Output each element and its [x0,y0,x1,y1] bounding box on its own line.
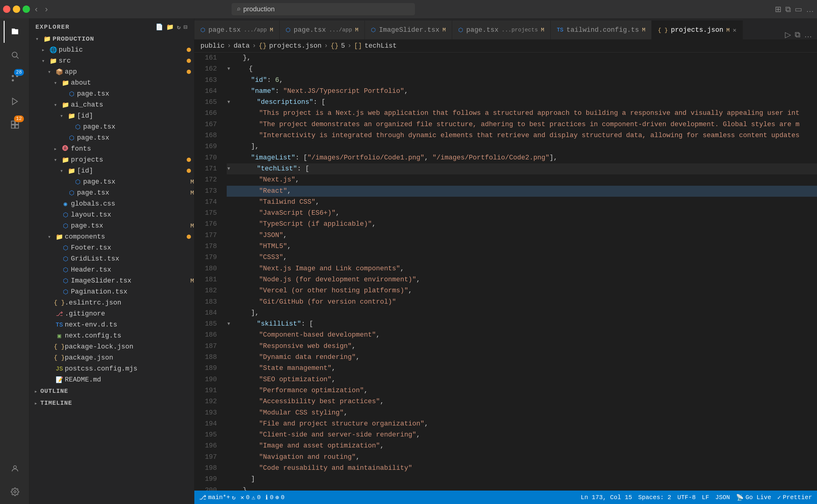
tsx-icon: ⬡ [60,255,71,263]
info-status[interactable]: ℹ 0 ⊕ 0 [266,494,284,501]
folder-fonts[interactable]: ▸ 🅐 fonts [29,143,194,154]
breadcrumb-projects-json[interactable]: projects.json [269,42,322,50]
folder-ai-chats[interactable]: ▾ 📁 ai_chats [29,99,194,110]
activity-files[interactable] [4,21,26,43]
collapse-icon[interactable]: ⊟ [184,23,188,31]
breadcrumb-techlist[interactable]: techList [365,42,397,50]
line-ending-label: LF [702,494,709,501]
breadcrumb-public[interactable]: public [200,42,225,50]
nav-forward-button[interactable]: › [42,3,50,15]
breadcrumb-data[interactable]: data [233,42,250,50]
tab-page-projects[interactable]: ⬡ page.tsx ...projects M [452,20,551,39]
tab-page-tsx-app[interactable]: ⬡ page.tsx .../app M [194,20,280,39]
code-line-193: "Modular CSS styling", [227,407,817,418]
activity-account[interactable] [4,458,26,480]
folder-components[interactable]: ▾ 📁 components [29,231,194,242]
close-button[interactable] [3,5,10,13]
refresh-icon[interactable]: ↻ [177,23,181,31]
folder-app[interactable]: ▾ 📦 app [29,66,194,77]
file-label: Footer.tsx [71,244,194,252]
line-ending-status[interactable]: LF [702,494,709,501]
file-globals-css[interactable]: ◉ globals.css [29,198,194,209]
activity-search[interactable] [4,44,26,66]
maximize-button[interactable] [23,5,30,13]
search-input[interactable] [243,5,410,13]
file-package-json[interactable]: { } package.json [29,352,194,363]
breadcrumb-5[interactable]: 5 [341,42,345,50]
git-branch-status[interactable]: ⎇ main*+ ↻ [199,494,236,501]
file-postcss[interactable]: JS postcss.config.mjs [29,363,194,374]
encoding-status[interactable]: UTF-8 [677,494,696,501]
outline-section[interactable]: ▸ OUTLINE [29,385,194,397]
file-next-config[interactable]: ▣ next.config.ts [29,330,194,341]
nav-back-button[interactable]: ‹ [32,3,40,15]
language-status[interactable]: JSON [715,494,730,501]
root-folder[interactable]: ▾ 📁 PRODUCTION [29,33,194,44]
tab-close-button[interactable]: ✕ [733,26,736,34]
folder-src[interactable]: ▾ 📁 src [29,55,194,66]
more-button[interactable]: … [804,30,812,39]
new-folder-icon[interactable]: 📁 [166,23,174,31]
file-gridlist[interactable]: ⬡ GridList.tsx [29,253,194,264]
file-package-lock[interactable]: { } package-lock.json [29,341,194,352]
file-pagination[interactable]: ⬡ Pagination.tsx [29,286,194,297]
layout-icon[interactable]: ⊞ [775,5,782,14]
file-about-page[interactable]: ⬡ page.tsx [29,88,194,99]
indent-status[interactable]: Spaces: 2 [638,494,671,501]
code-line-170: "imageList": ["/images/Portfolio/Code1.p… [227,152,817,163]
new-file-icon[interactable]: 📄 [156,23,164,31]
activity-extensions[interactable]: 12 [4,114,26,136]
file-app-page[interactable]: ⬡ page.tsx M [29,220,194,231]
tab-page-tsx-app2[interactable]: ⬡ page.tsx .../app M [280,20,365,39]
chevron-right-icon: ▸ [34,400,40,407]
split-icon[interactable]: ⧉ [785,5,791,14]
tab-tailwind-config[interactable]: TS tailwind.config.ts M [551,20,652,39]
file-imageslider[interactable]: ⬡ ImageSlider.tsx M [29,275,194,286]
file-projects-page[interactable]: ⬡ page.tsx M [29,187,194,198]
cursor-position[interactable]: Ln 173, Col 15 [581,494,632,501]
timeline-section[interactable]: ▸ TIMELINE [29,397,194,409]
file-readme[interactable]: 📝 README.md [29,374,194,385]
code-line-178: "HTML5", [227,241,817,252]
more-icon[interactable]: … [806,5,814,14]
file-label: README.md [65,376,194,384]
folder-id-2[interactable]: ▾ 📁 [id] [29,165,194,176]
file-label: page.tsx [77,134,194,142]
file-footer[interactable]: ⬡ Footer.tsx [29,242,194,253]
file-header[interactable]: ⬡ Header.tsx [29,264,194,275]
file-projects-id-page[interactable]: ⬡ page.tsx M [29,176,194,187]
global-search[interactable]: ⌕ [232,3,415,15]
svg-point-4 [12,75,14,77]
json-icon: { } [54,343,65,350]
tab-path: .../app [244,27,267,33]
folder-id-1[interactable]: ▾ 📁 [id] [29,110,194,121]
minimize-button[interactable] [13,5,20,13]
activity-run[interactable] [4,90,26,112]
tsx-file-icon: ⬡ [371,27,376,33]
code-editor[interactable]: 161 162 163 164 165 166 167 168 169 170 … [194,53,817,491]
prettier-status[interactable]: ✓ Prettier [777,494,812,501]
run-button[interactable]: ▷ [785,30,791,39]
activity-git[interactable]: 28 [4,67,26,89]
folder-about[interactable]: ▾ 📁 about [29,77,194,88]
split-editor-button[interactable]: ⧉ [795,30,801,39]
folder-icon: 📦 [54,68,65,76]
folder-icon: 📁 [42,35,53,43]
code-line-182: "Vercel (or other hosting platforms)", [227,285,817,296]
file-layout[interactable]: ⬡ layout.tsx [29,209,194,220]
file-eslintrc[interactable]: { } .eslintrc.json [29,297,194,308]
folder-public[interactable]: ▸ 🌐 public [29,44,194,55]
error-status[interactable]: ✕ 0 ⚠ 0 [240,494,261,501]
folder-projects[interactable]: ▾ 📁 projects [29,154,194,165]
file-label: postcss.config.mjs [65,365,194,373]
folder-label: app [65,68,187,76]
file-aichats-page[interactable]: ⬡ page.tsx [29,132,194,143]
tab-projects-json[interactable]: { } projects.json M ✕ [652,20,743,39]
panel-icon[interactable]: ▭ [795,5,802,14]
file-gitignore[interactable]: ⎇ .gitignore [29,308,194,319]
activity-settings[interactable] [4,481,26,503]
tab-imageslider[interactable]: ⬡ ImageSlider.tsx M [365,20,452,39]
file-id-page-1[interactable]: ⬡ page.tsx [29,121,194,132]
file-next-env[interactable]: TS next-env.d.ts [29,319,194,330]
go-live-status[interactable]: 📡 Go Live [736,494,771,501]
